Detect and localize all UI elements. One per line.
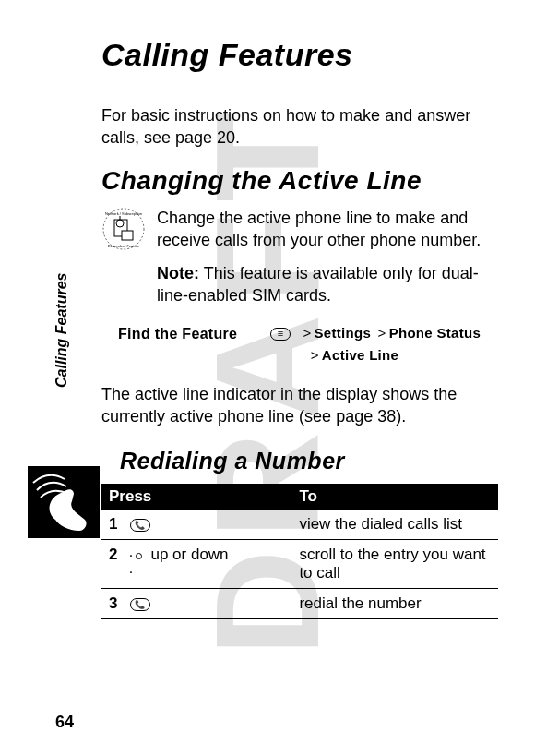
find-feature-path: >Settings >Phone Status M>Active Line	[270, 322, 481, 366]
section-heading-active-line: Changing the Active Line	[101, 166, 498, 196]
note-label: Note:	[157, 264, 199, 282]
page-number: 64	[55, 713, 74, 732]
note-paragraph: Note: This feature is available only for…	[157, 262, 498, 307]
note-text: This feature is available only for dual-…	[157, 264, 479, 305]
intro-paragraph: For basic instructions on how to make an…	[101, 104, 498, 150]
section-heading-redial: Redialing a Number	[120, 448, 498, 474]
table-row: 3 redial the number	[101, 589, 498, 619]
table-row: 2 up or down scroll to the entry you wan…	[101, 540, 498, 589]
send-key-icon	[130, 598, 150, 611]
table-row: 1 view the dialed calls list	[101, 510, 498, 540]
side-tab-label: Calling Features	[54, 273, 70, 388]
change-line-paragraph: Change the active phone line to make and…	[157, 207, 498, 252]
find-feature-label: Find the Feature	[118, 322, 270, 366]
redial-steps-table: Press To 1 view the dialed calls list 2 …	[101, 484, 498, 619]
svg-text:Dependent Feature: Dependent Feature	[108, 244, 140, 248]
svg-rect-5	[122, 231, 133, 240]
phone-icon	[28, 466, 100, 538]
network-subscription-icon: Network / Subscription Dependent Feature	[101, 207, 146, 251]
table-head-press: Press	[101, 484, 291, 510]
send-key-icon	[130, 519, 150, 532]
find-the-feature-row: Find the Feature >Settings >Phone Status…	[118, 322, 498, 366]
menu-key-icon	[270, 328, 291, 341]
table-head-to: To	[291, 484, 498, 510]
active-line-indicator-paragraph: The active line indicator in the display…	[101, 383, 498, 428]
nav-key-icon	[130, 549, 147, 562]
page-title: Calling Features	[101, 37, 498, 73]
svg-text:Network / Subscription: Network / Subscription	[105, 211, 142, 216]
